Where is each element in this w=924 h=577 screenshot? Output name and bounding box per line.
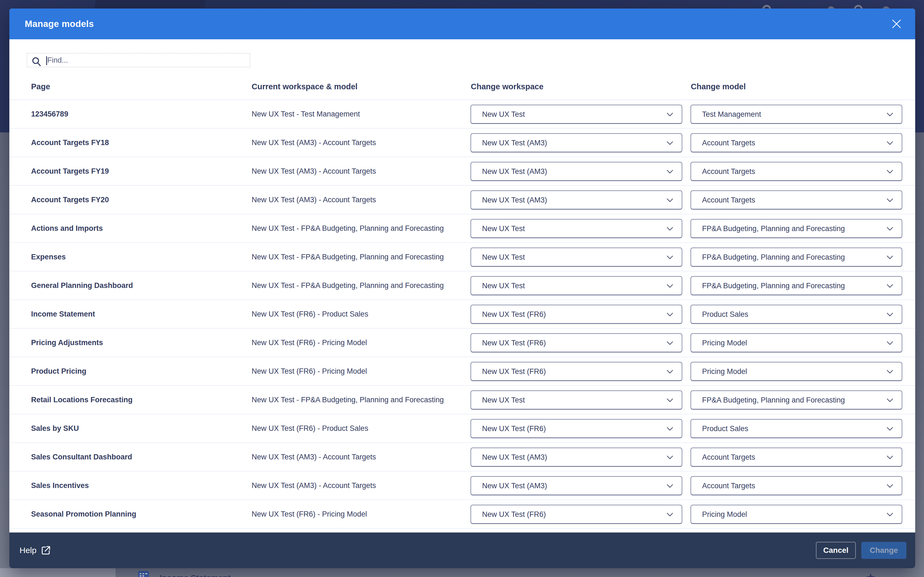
workspace-select[interactable]: New UX Test (AM3) <box>470 476 682 495</box>
model-select[interactable]: Pricing Model <box>691 505 902 524</box>
model-select[interactable]: FP&A Budgeting, Planning and Forecasting <box>691 248 902 267</box>
cancel-button[interactable]: Cancel <box>816 542 856 559</box>
workspace-select-value: New UX Test (AM3) <box>482 481 547 490</box>
search-box <box>27 53 250 67</box>
current-workspace-model: New UX Test (FR6) - Product Sales <box>252 310 368 318</box>
table-row: Seasonal Promotion Planning New UX Test … <box>9 500 915 529</box>
change-button[interactable]: Change <box>861 542 906 559</box>
workspace-select[interactable]: New UX Test (AM3) <box>470 162 682 181</box>
chevron-down-icon <box>665 424 675 433</box>
chevron-down-icon <box>665 224 675 233</box>
chevron-down-icon <box>665 309 675 319</box>
table-row: Retail Locations Forecasting New UX Test… <box>9 386 915 414</box>
model-select[interactable]: FP&A Budgeting, Planning and Forecasting <box>691 276 902 295</box>
table-row: Pricing Adjustments New UX Test (FR6) - … <box>9 329 915 357</box>
model-select-value: Account Targets <box>702 139 755 147</box>
workspace-select[interactable]: New UX Test <box>470 248 682 267</box>
model-select[interactable]: Account Targets <box>691 133 902 153</box>
chevron-down-icon <box>885 253 895 262</box>
page-name: Account Targets FY20 <box>31 196 109 204</box>
model-select-value: Account Targets <box>702 453 755 461</box>
workspace-select-value: New UX Test (FR6) <box>482 310 546 318</box>
page-name: Seasonal Promotion Planning <box>31 510 136 519</box>
model-select-value: Account Targets <box>702 481 755 490</box>
workspace-select[interactable]: New UX Test (FR6) <box>470 305 682 324</box>
current-workspace-model: New UX Test (AM3) - Account Targets <box>252 481 376 490</box>
chevron-down-icon <box>885 453 895 462</box>
table-row: Actions and Imports New UX Test - FP&A B… <box>9 214 915 243</box>
model-select[interactable]: FP&A Budgeting, Planning and Forecasting <box>691 219 902 238</box>
star-icon: ★ <box>866 571 876 577</box>
chevron-down-icon <box>665 110 675 119</box>
model-select[interactable]: Pricing Model <box>691 333 902 353</box>
model-select-value: Account Targets <box>702 196 755 204</box>
model-select[interactable]: Account Targets <box>691 476 902 495</box>
help-link[interactable]: Help <box>19 545 51 555</box>
page-name: Account Targets FY19 <box>31 167 109 176</box>
current-workspace-model: New UX Test (FR6) - Pricing Model <box>252 510 367 519</box>
chevron-down-icon <box>885 281 895 290</box>
model-select[interactable]: Account Targets <box>691 448 902 467</box>
workspace-select[interactable]: New UX Test (FR6) <box>470 419 682 438</box>
model-select[interactable]: Product Sales <box>691 305 902 324</box>
table-row: Sales Incentives New UX Test (AM3) - Acc… <box>9 472 915 500</box>
model-select[interactable]: Product Sales <box>691 419 902 438</box>
workspace-select-value: New UX Test <box>482 253 525 261</box>
model-select-value: Product Sales <box>702 424 748 433</box>
table-row: 123456789 New UX Test - Test Management … <box>9 100 915 129</box>
chevron-down-icon <box>885 309 895 319</box>
chevron-down-icon <box>885 424 895 433</box>
workspace-select[interactable]: New UX Test (FR6) <box>470 362 682 381</box>
current-workspace-model: New UX Test (FR6) - Pricing Model <box>252 367 367 376</box>
model-select[interactable]: Account Targets <box>691 162 902 181</box>
current-workspace-model: New UX Test - Test Management <box>252 110 360 118</box>
column-header-current: Current workspace & model <box>252 82 357 91</box>
workspace-select[interactable]: New UX Test (AM3) <box>470 133 682 153</box>
page-name: Expenses <box>31 253 66 261</box>
chevron-down-icon <box>885 367 895 376</box>
search-input[interactable] <box>47 53 248 67</box>
current-workspace-model: New UX Test - FP&A Budgeting, Planning a… <box>252 253 444 261</box>
dialog-footer: Help Cancel Change <box>9 532 915 568</box>
workspace-select[interactable]: New UX Test (FR6) <box>470 333 682 353</box>
model-select[interactable]: Account Targets <box>691 190 902 210</box>
model-select[interactable]: Test Management <box>691 105 902 124</box>
chevron-down-icon <box>665 481 675 490</box>
model-select-value: Pricing Model <box>702 338 747 347</box>
chevron-down-icon <box>665 253 675 262</box>
chevron-down-icon <box>665 510 675 519</box>
workspace-select[interactable]: New UX Test <box>470 219 682 238</box>
workspace-select[interactable]: New UX Test <box>470 105 682 124</box>
workspace-select[interactable]: New UX Test (AM3) <box>470 448 682 467</box>
current-workspace-model: New UX Test (AM3) - Account Targets <box>252 196 376 204</box>
current-workspace-model: New UX Test (FR6) - Product Sales <box>252 424 368 433</box>
model-select[interactable]: FP&A Budgeting, Planning and Forecasting <box>691 390 902 410</box>
workspace-select[interactable]: New UX Test (FR6) <box>470 505 682 524</box>
current-workspace-model: New UX Test - FP&A Budgeting, Planning a… <box>252 281 444 290</box>
page-name: Pricing Adjustments <box>31 338 103 347</box>
model-select-value: Test Management <box>702 110 761 118</box>
table-header-row: Page Current workspace & model Change wo… <box>9 77 915 100</box>
page-name: Product Pricing <box>31 367 86 376</box>
current-workspace-model: New UX Test (AM3) - Account Targets <box>252 453 376 461</box>
close-button[interactable] <box>885 13 908 35</box>
chevron-down-icon <box>665 453 675 462</box>
model-select-value: FP&A Budgeting, Planning and Forecasting <box>702 224 845 233</box>
table-row: Product Pricing New UX Test (FR6) - Pric… <box>9 357 915 386</box>
chevron-down-icon <box>665 367 675 376</box>
workspace-select-value: New UX Test (AM3) <box>482 167 547 176</box>
workspace-select[interactable]: New UX Test <box>470 390 682 410</box>
current-workspace-model: New UX Test - FP&A Budgeting, Planning a… <box>252 396 444 404</box>
model-select[interactable]: Pricing Model <box>691 362 902 381</box>
workspace-select-value: New UX Test (FR6) <box>482 424 546 433</box>
workspace-select[interactable]: New UX Test (AM3) <box>470 190 682 210</box>
workspace-select[interactable]: New UX Test <box>470 276 682 295</box>
table-row: General Planning Dashboard New UX Test -… <box>9 271 915 300</box>
current-workspace-model: New UX Test (AM3) - Account Targets <box>252 167 376 176</box>
page-name: Sales Incentives <box>31 481 89 490</box>
external-link-icon <box>41 545 51 555</box>
current-workspace-model: New UX Test (FR6) - Pricing Model <box>252 338 367 347</box>
chevron-down-icon <box>665 338 675 348</box>
page-name: Income Statement <box>31 310 95 318</box>
workspace-select-value: New UX Test <box>482 110 525 118</box>
